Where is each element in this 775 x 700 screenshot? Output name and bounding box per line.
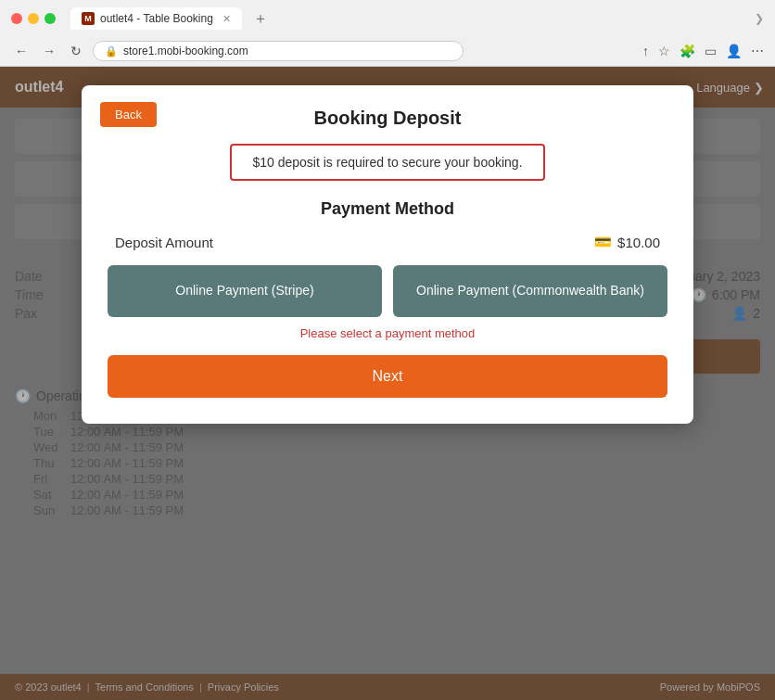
traffic-lights — [11, 13, 56, 24]
profile-icon[interactable]: 👤 — [726, 44, 742, 58]
modal-next-button[interactable]: Next — [108, 355, 667, 398]
reload-button[interactable]: ↻ — [67, 42, 85, 60]
app-background: outlet4 Language ❯ Date 📅 Thursday, Febr… — [0, 67, 775, 700]
browser-addressbar: ← → ↻ 🔒 store1.mobi-booking.com ↑ ☆ 🧩 ▭ … — [0, 37, 775, 65]
stripe-payment-button[interactable]: Online Payment (Stripe) — [108, 265, 382, 317]
payment-options: Online Payment (Stripe) Online Payment (… — [108, 265, 667, 317]
tab-close-button[interactable]: ✕ — [222, 13, 231, 25]
modal-overlay: Back Booking Deposit $10 deposit is requ… — [0, 67, 775, 700]
lock-icon: 🔒 — [105, 45, 118, 57]
new-tab-button[interactable]: ＋ — [253, 9, 268, 29]
address-bar[interactable]: 🔒 store1.mobi-booking.com — [93, 41, 464, 61]
deposit-notice: $10 deposit is required to secure your b… — [230, 144, 545, 181]
browser-chrome: M outlet4 - Table Booking ✕ ＋ ❯ ← → ↻ 🔒 … — [0, 0, 775, 67]
share-icon[interactable]: ↑ — [642, 44, 649, 58]
modal-back-button[interactable]: Back — [100, 102, 157, 127]
deposit-amount-row: Deposit Amount 💳 $10.00 — [108, 234, 667, 250]
maximize-window-button[interactable] — [44, 13, 56, 24]
url-text: store1.mobi-booking.com — [123, 45, 248, 57]
tab-list-chevron-icon[interactable]: ❯ — [755, 12, 764, 25]
payment-method-title: Payment Method — [108, 199, 667, 219]
commonwealth-payment-button[interactable]: Online Payment (Commonwealth Bank) — [393, 265, 667, 317]
modal-title: Booking Deposit — [108, 108, 667, 129]
money-icon: 💳 — [594, 234, 612, 250]
deposit-amount: 💳 $10.00 — [594, 234, 660, 250]
browser-icons: ↑ ☆ 🧩 ▭ 👤 ⋯ — [642, 44, 764, 58]
back-nav-button[interactable]: ← — [11, 42, 32, 60]
deposit-label: Deposit Amount — [115, 235, 213, 250]
browser-titlebar: M outlet4 - Table Booking ✕ ＋ ❯ — [0, 0, 775, 37]
booking-deposit-modal: Back Booking Deposit $10 deposit is requ… — [82, 85, 693, 424]
sidebar-icon[interactable]: ▭ — [705, 44, 717, 58]
minimize-window-button[interactable] — [28, 13, 39, 24]
tab-title: outlet4 - Table Booking — [100, 12, 213, 25]
payment-error-message: Please select a payment method — [108, 326, 667, 340]
forward-nav-button[interactable]: → — [39, 42, 59, 60]
tab-favicon: M — [82, 12, 95, 25]
extensions-icon[interactable]: 🧩 — [680, 44, 695, 58]
close-window-button[interactable] — [11, 13, 22, 24]
bookmark-icon[interactable]: ☆ — [658, 44, 670, 58]
menu-icon[interactable]: ⋯ — [751, 44, 764, 58]
browser-tab[interactable]: M outlet4 - Table Booking ✕ — [70, 7, 242, 30]
